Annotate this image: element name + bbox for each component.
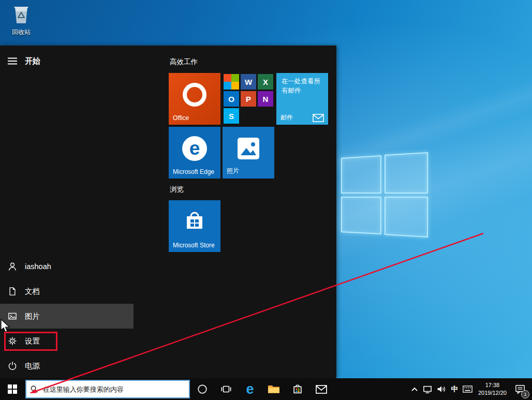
taskbar-clock[interactable]: 17:38 2019/12/20 (477, 381, 508, 397)
user-icon (0, 261, 25, 272)
gear-icon (0, 336, 25, 346)
tile-office-hub[interactable] (224, 74, 239, 90)
start-menu-header: 开始 (0, 51, 134, 71)
network-status-button[interactable] (423, 378, 432, 400)
ime-language-indicator[interactable]: 中 (451, 378, 458, 400)
tile-powerpoint[interactable]: P (241, 91, 256, 107)
cortana-icon (197, 383, 208, 395)
start-nav-settings[interactable]: 设置 (0, 329, 134, 353)
keyboard-icon (463, 386, 472, 393)
start-menu-left-panel: 开始 iashoah 文 (0, 46, 134, 378)
tile-word[interactable]: W (241, 74, 256, 90)
photos-icon (237, 137, 260, 160)
search-input[interactable] (42, 385, 185, 394)
start-menu-tiles-panel: 高效工作 Office W X O P N S 在一处查看所有邮件 (134, 46, 336, 378)
cortana-button[interactable] (190, 378, 214, 400)
tile-store[interactable]: Microsoft Store (169, 200, 220, 252)
start-menu-title: 开始 (25, 56, 40, 66)
speaker-icon (437, 385, 446, 393)
office-apps-group: W X O P N S (223, 73, 274, 125)
start-nav-documents[interactable]: 文档 (0, 279, 134, 304)
windows-start-icon (8, 384, 17, 394)
tile-mail-label: 邮件 (280, 113, 293, 122)
tile-group-title-productivity: 高效工作 (170, 57, 336, 67)
tile-mail-live-text: 在一处查看所有邮件 (276, 73, 328, 95)
tile-mail[interactable]: 在一处查看所有邮件 邮件 (276, 73, 328, 125)
taskbar-search-box[interactable] (25, 380, 190, 398)
search-icon (31, 385, 38, 393)
tile-grid-productivity: Office W X O P N S 在一处查看所有邮件 邮件 (169, 73, 336, 179)
tile-edge-label: Microsoft Edge (173, 168, 214, 175)
start-nav-pictures[interactable]: 图片 (0, 304, 134, 329)
edge-taskbar-button[interactable]: e (238, 378, 262, 400)
tile-photos[interactable]: 照片 (223, 127, 274, 179)
settings-label: 设置 (25, 336, 40, 346)
windows-logo-wallpaper (319, 140, 448, 248)
file-explorer-button[interactable] (262, 378, 286, 400)
store-icon (183, 209, 206, 233)
tile-onenote[interactable]: N (258, 91, 273, 107)
recycle-bin[interactable]: 回收站 (6, 3, 36, 37)
office-logo-icon (183, 83, 206, 107)
task-view-button[interactable] (214, 378, 238, 400)
tile-office-label: Office (173, 114, 189, 122)
recycle-bin-icon (11, 3, 31, 25)
tile-group-title-browse: 浏览 (170, 185, 336, 194)
mail-icon (313, 114, 324, 122)
tile-edge[interactable]: e Microsoft Edge (169, 127, 220, 179)
chevron-up-icon (411, 387, 418, 392)
tile-office[interactable]: Office (169, 73, 220, 125)
pictures-label: 图片 (25, 312, 40, 321)
edge-icon: e (246, 382, 254, 396)
tile-photos-label: 照片 (227, 167, 239, 175)
task-view-icon (220, 384, 232, 394)
power-label: 电源 (25, 361, 40, 371)
notification-badge: 1 (521, 390, 529, 398)
system-tray: 中 17:38 2019/12/20 1 (411, 378, 532, 400)
taskbar: e (0, 378, 532, 400)
start-menu-nav: iashoah 文档 (0, 254, 134, 378)
documents-label: 文档 (25, 287, 40, 297)
start-nav-power[interactable]: 电源 (0, 353, 134, 378)
windows-desktop: 回收站 开始 iashoah (0, 0, 532, 400)
recycle-bin-label: 回收站 (6, 28, 36, 37)
tile-mail-bottom: 邮件 (276, 113, 328, 122)
store-taskbar-button[interactable] (286, 378, 309, 400)
tray-overflow-button[interactable] (411, 378, 418, 400)
mail-taskbar-button[interactable] (309, 378, 333, 400)
touch-keyboard-button[interactable] (463, 378, 472, 400)
start-menu: 开始 iashoah 文 (0, 46, 336, 378)
mail-icon (316, 385, 327, 394)
user-name-label: iashoah (25, 262, 51, 271)
tile-outlook[interactable]: O (224, 91, 239, 107)
volume-button[interactable] (437, 378, 446, 400)
hamburger-menu-button[interactable] (0, 57, 25, 65)
clock-time: 17:38 (485, 382, 500, 388)
clock-date: 2019/12/20 (478, 390, 507, 396)
tile-skype[interactable]: S (224, 108, 239, 124)
hamburger-icon (8, 57, 17, 65)
store-icon (292, 383, 303, 395)
pictures-icon (0, 312, 25, 321)
start-nav-user[interactable]: iashoah (0, 254, 134, 279)
tile-excel[interactable]: X (258, 74, 273, 90)
network-icon (423, 385, 432, 393)
tile-store-label: Microsoft Store (173, 242, 215, 249)
start-button[interactable] (0, 378, 25, 400)
document-icon (0, 286, 25, 297)
edge-logo-icon: e (182, 136, 207, 161)
file-explorer-icon (268, 384, 280, 394)
tile-grid-browse: Microsoft Store (169, 200, 336, 252)
action-center-button[interactable]: 1 (512, 378, 528, 400)
power-icon (0, 361, 25, 371)
